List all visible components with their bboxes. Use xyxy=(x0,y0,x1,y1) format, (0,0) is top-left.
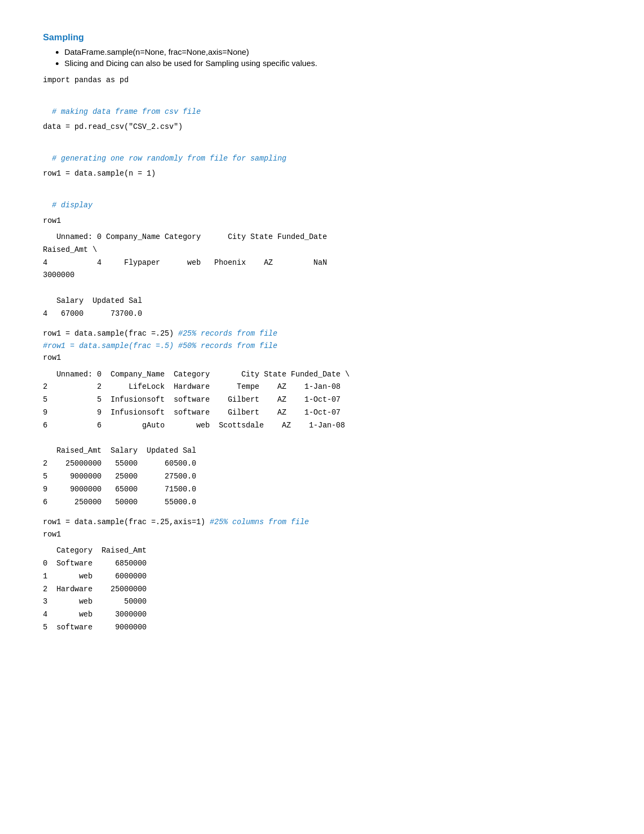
sample-frac-row1: row1 xyxy=(43,353,61,362)
sample-axis-row1: row1 xyxy=(43,530,61,539)
bullet-item-1: DataFrame.sample(n=None, frac=None,axis=… xyxy=(64,47,601,56)
comment-1: # making data frame from csv file xyxy=(52,107,201,116)
sample-axis-block: row1 = data.sample(frac =.25,axis=1) #25… xyxy=(43,516,601,540)
import-line: import pandas as pd xyxy=(43,74,601,86)
bullet-item-2: Slicing and Dicing can also be used for … xyxy=(64,59,601,68)
comment-2: # generating one row randomly from file … xyxy=(52,154,287,163)
sample-frac-comment2b: #50% records from file xyxy=(178,342,277,350)
sample-axis-comment: #25% columns from file xyxy=(210,518,309,526)
code-line-1: data = pd.read_csv("CSV_2.csv") xyxy=(43,121,601,133)
bullet-list: DataFrame.sample(n=None, frac=None,axis=… xyxy=(43,47,601,68)
section-title: Sampling xyxy=(43,32,601,43)
output-block-1: Unnamed: 0 Company_Name Category City St… xyxy=(43,231,601,321)
sample-frac-code: row1 = data.sample(frac =.25) xyxy=(43,329,178,338)
sample-frac-block: row1 = data.sample(frac =.25) #25% recor… xyxy=(43,328,601,364)
comment-block-2: # generating one row randomly from file … xyxy=(43,141,601,165)
sample-frac-comment2: #row1 = data.sample(frac =.5) xyxy=(43,342,178,350)
code-line-2: row1 = data.sample(n = 1) xyxy=(43,168,601,179)
output-block-2: Unnamed: 0 Company_Name Category City St… xyxy=(43,368,601,509)
sample-axis-code: row1 = data.sample(frac =.25,axis=1) xyxy=(43,518,210,526)
output-block-3: Category Raised_Amt 0 Software 6850000 1… xyxy=(43,545,601,634)
comment-block-3: # display xyxy=(43,187,601,212)
code-line-3: row1 xyxy=(43,215,601,227)
comment-block-1: # making data frame from csv file xyxy=(43,93,601,118)
sample-frac-comment1: #25% records from file xyxy=(178,329,277,338)
comment-3: # display xyxy=(52,201,93,209)
